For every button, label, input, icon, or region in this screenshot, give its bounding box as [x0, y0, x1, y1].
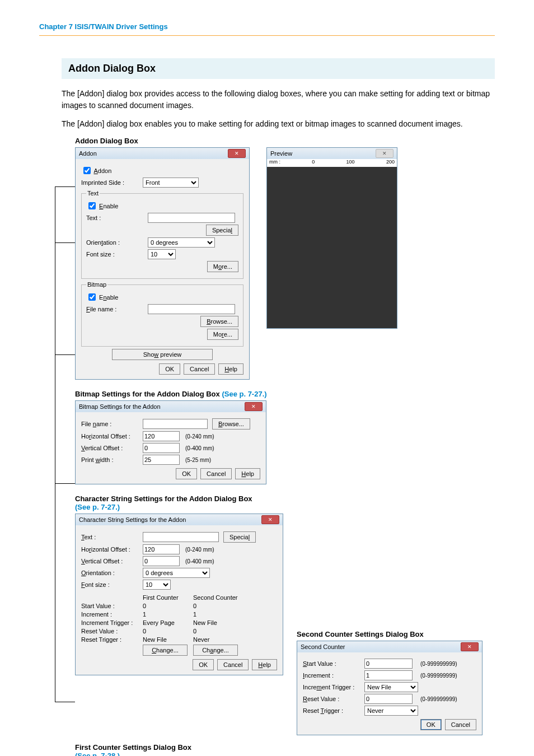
cancel-button[interactable]: Cancel: [184, 363, 215, 375]
resettrigger-select[interactable]: Never: [364, 706, 418, 716]
special-button[interactable]: Special: [206, 225, 238, 236]
text-legend: Text: [86, 190, 100, 197]
char-settings-dialog: Character String Settings for the Addon …: [75, 514, 283, 675]
orientation-select[interactable]: 0 degrees: [148, 237, 215, 248]
dialog-title: Addon: [79, 148, 97, 159]
resetvalue-label: Reset Value :: [81, 628, 143, 634]
link[interactable]: (See p. 7-27.): [222, 390, 266, 398]
close-icon[interactable]: ✕: [245, 402, 263, 411]
text-input[interactable]: [148, 213, 235, 223]
inctrigger-select[interactable]: New File: [364, 682, 418, 692]
hoff-range: (0-240 mm): [185, 433, 214, 440]
more-button[interactable]: More...: [207, 261, 238, 272]
voff-range: (0-400 mm): [185, 445, 214, 451]
increment-label: Increment :: [303, 672, 364, 679]
printwidth-label: Print width :: [81, 456, 143, 463]
voff-input[interactable]: [143, 443, 180, 453]
bitmap-enable-checkbox[interactable]: [88, 293, 96, 301]
figure-title: First Counter Settings Dialog Box(See p.…: [75, 743, 495, 756]
startvalue-label: Start Value :: [303, 660, 364, 667]
rt2: Never: [193, 636, 209, 643]
second-counter-dialog: Second Counter ✕ Start Value : (0-999999…: [297, 641, 483, 735]
it2: New File: [193, 619, 217, 626]
ruler-tick: 100: [346, 159, 355, 167]
sv2: 0: [193, 603, 196, 609]
fontsize-select[interactable]: 10: [143, 580, 171, 590]
text-input[interactable]: [143, 532, 219, 542]
bitmap-settings-dialog: Bitmap Settings for the Addon ✕ File nam…: [75, 400, 266, 484]
change1-button[interactable]: Change...: [143, 645, 188, 656]
browse-button[interactable]: Browse...: [212, 418, 250, 430]
startvalue-input[interactable]: [364, 659, 413, 669]
addon-checkbox[interactable]: [83, 167, 91, 174]
special-button[interactable]: Special: [223, 531, 256, 543]
hoff-label: Horizontal Offset :: [81, 433, 143, 440]
cancel-button[interactable]: Cancel: [217, 659, 249, 670]
cancel-button[interactable]: Cancel: [445, 719, 476, 730]
ruler-tick: 0: [312, 159, 315, 167]
orientation-select[interactable]: 0 degrees: [143, 568, 210, 578]
voff-label: Vertical Offset :: [81, 445, 143, 451]
preview-window: Preview ✕ mm : 0 100 200: [266, 147, 397, 329]
rv1: 0: [143, 628, 193, 634]
chapter-header: Chapter 7 ISIS/TWAIN Driver Settings: [39, 22, 495, 31]
ok-button[interactable]: OK: [176, 468, 197, 479]
imprinted-side-select[interactable]: Front: [143, 178, 199, 188]
filename-label: File name :: [86, 306, 148, 312]
more2-button[interactable]: More...: [207, 329, 238, 340]
close-icon[interactable]: ✕: [228, 149, 246, 158]
ok-button[interactable]: OK: [193, 659, 214, 670]
change2-button[interactable]: Change...: [193, 645, 238, 656]
inc1: 1: [143, 611, 193, 618]
sv1: 0: [143, 603, 193, 609]
voff-input[interactable]: [143, 556, 180, 566]
help-button[interactable]: Help: [252, 659, 277, 670]
range: (0-999999999): [420, 673, 457, 679]
bitmap-legend: Bitmap: [86, 281, 107, 288]
filename-input[interactable]: [148, 304, 235, 314]
filename-input[interactable]: [143, 419, 208, 429]
browse-button[interactable]: Browse...: [200, 316, 238, 327]
preview-close-icon[interactable]: ✕: [376, 149, 394, 158]
fontsize-label: Font size :: [86, 251, 148, 258]
inctrigger-label: Increment Trigger :: [303, 684, 364, 690]
orientation-label: Orientation :: [86, 239, 148, 246]
text-label: Text :: [81, 534, 143, 540]
inc2: 1: [193, 611, 196, 618]
increment-input[interactable]: [364, 670, 413, 680]
hoff-input[interactable]: [143, 431, 180, 441]
text-enable-label: Enable: [97, 203, 118, 209]
range: (0-999999999): [420, 696, 457, 702]
show-preview-button[interactable]: Show preview: [112, 349, 213, 360]
rt1: New File: [143, 636, 193, 643]
preview-title: Preview: [270, 150, 292, 157]
dialog-title: Character String Settings for the Addon: [79, 514, 186, 525]
help-button[interactable]: Help: [218, 363, 243, 375]
first-counter-header: First Counter: [143, 594, 193, 601]
voff-label: Vertical Offset :: [81, 558, 143, 564]
link[interactable]: (See p. 7-27.): [75, 503, 120, 511]
filename-label: File name :: [81, 421, 143, 427]
text-enable-checkbox[interactable]: [88, 202, 96, 209]
cancel-button[interactable]: Cancel: [200, 468, 232, 479]
hoff-input[interactable]: [143, 544, 180, 554]
fontsize-select[interactable]: 10: [148, 249, 176, 259]
dialog-title: Second Counter: [301, 641, 345, 652]
text-label: Text :: [86, 214, 148, 221]
resetvalue-input[interactable]: [364, 694, 413, 704]
help-button[interactable]: Help: [235, 468, 260, 479]
rv2: 0: [193, 628, 196, 634]
imprinted-side-label: Imprinted Side :: [81, 179, 143, 186]
close-icon[interactable]: ✕: [261, 515, 279, 524]
paragraph: The [Addon] dialog box provides access t…: [62, 88, 495, 111]
ok-button[interactable]: OK: [420, 719, 442, 730]
increment-label: Increment :: [81, 611, 143, 618]
ok-button[interactable]: OK: [159, 363, 180, 375]
close-icon[interactable]: ✕: [461, 642, 479, 651]
addon-check-label: AAddonddon: [92, 167, 111, 174]
inctrigger-label: Increment Trigger :: [81, 619, 143, 626]
dialog-title: Bitmap Settings for the Addon: [79, 401, 161, 412]
printwidth-input[interactable]: [143, 455, 180, 465]
link[interactable]: (See p. 7-28.): [75, 752, 120, 756]
figure-title: Character String Settings for the Addon …: [75, 494, 495, 511]
